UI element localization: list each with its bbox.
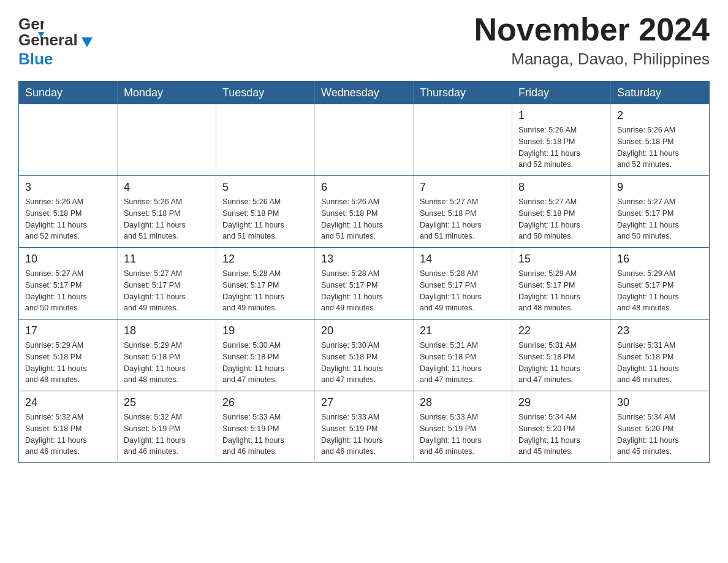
- day-number: 13: [321, 253, 407, 266]
- calendar-cell: 14Sunrise: 5:28 AMSunset: 5:17 PMDayligh…: [414, 248, 512, 320]
- calendar-cell: 16Sunrise: 5:29 AMSunset: 5:17 PMDayligh…: [611, 248, 710, 320]
- day-number: 14: [420, 253, 506, 266]
- location-title: Managa, Davao, Philippines: [474, 50, 710, 69]
- calendar-cell: 1Sunrise: 5:26 AMSunset: 5:18 PMDaylight…: [512, 104, 611, 176]
- calendar-header-thursday: Thursday: [414, 82, 512, 105]
- calendar-cell: 8Sunrise: 5:27 AMSunset: 5:18 PMDaylight…: [512, 176, 611, 248]
- day-info: Sunrise: 5:34 AMSunset: 5:20 PMDaylight:…: [617, 412, 703, 458]
- day-info: Sunrise: 5:34 AMSunset: 5:20 PMDaylight:…: [518, 412, 604, 458]
- calendar-header-friday: Friday: [512, 82, 611, 105]
- calendar-cell: 24Sunrise: 5:32 AMSunset: 5:18 PMDayligh…: [19, 391, 118, 463]
- day-number: 26: [222, 396, 308, 409]
- day-number: 4: [124, 181, 210, 194]
- calendar-week-row: 10Sunrise: 5:27 AMSunset: 5:17 PMDayligh…: [19, 248, 710, 320]
- calendar-cell: 27Sunrise: 5:33 AMSunset: 5:19 PMDayligh…: [315, 391, 414, 463]
- day-number: 7: [420, 181, 506, 194]
- calendar-header-sunday: Sunday: [19, 82, 118, 105]
- calendar-cell: 19Sunrise: 5:30 AMSunset: 5:18 PMDayligh…: [216, 320, 315, 391]
- calendar-cell: 25Sunrise: 5:32 AMSunset: 5:19 PMDayligh…: [118, 391, 216, 463]
- day-info: Sunrise: 5:29 AMSunset: 5:17 PMDaylight:…: [518, 268, 604, 314]
- calendar-cell: 23Sunrise: 5:31 AMSunset: 5:18 PMDayligh…: [611, 320, 710, 391]
- logo-line2: Blue: [18, 50, 53, 68]
- calendar-header-tuesday: Tuesday: [216, 82, 315, 105]
- calendar-cell: 17Sunrise: 5:29 AMSunset: 5:18 PMDayligh…: [19, 320, 118, 391]
- calendar-cell: 2Sunrise: 5:26 AMSunset: 5:18 PMDaylight…: [611, 104, 710, 176]
- day-info: Sunrise: 5:31 AMSunset: 5:18 PMDaylight:…: [518, 340, 604, 386]
- calendar-header-saturday: Saturday: [611, 82, 710, 105]
- calendar-cell: 6Sunrise: 5:26 AMSunset: 5:18 PMDaylight…: [315, 176, 414, 248]
- day-number: 12: [222, 253, 308, 266]
- svg-marker-2: [82, 37, 93, 47]
- day-info: Sunrise: 5:28 AMSunset: 5:17 PMDaylight:…: [222, 268, 308, 314]
- calendar-cell: [414, 104, 512, 176]
- day-number: 25: [124, 396, 210, 409]
- day-info: Sunrise: 5:32 AMSunset: 5:19 PMDaylight:…: [124, 412, 210, 458]
- day-number: 15: [518, 253, 604, 266]
- day-info: Sunrise: 5:28 AMSunset: 5:17 PMDaylight:…: [420, 268, 506, 314]
- day-info: Sunrise: 5:27 AMSunset: 5:18 PMDaylight:…: [518, 196, 604, 242]
- day-info: Sunrise: 5:26 AMSunset: 5:18 PMDaylight:…: [518, 124, 604, 170]
- month-title: November 2024: [474, 12, 710, 47]
- calendar-table: SundayMondayTuesdayWednesdayThursdayFrid…: [18, 81, 710, 463]
- day-info: Sunrise: 5:26 AMSunset: 5:18 PMDaylight:…: [321, 196, 407, 242]
- day-info: Sunrise: 5:28 AMSunset: 5:17 PMDaylight:…: [321, 268, 407, 314]
- day-info: Sunrise: 5:26 AMSunset: 5:18 PMDaylight:…: [25, 196, 111, 242]
- day-number: 3: [25, 181, 111, 194]
- day-info: Sunrise: 5:27 AMSunset: 5:17 PMDaylight:…: [25, 268, 111, 314]
- day-number: 6: [321, 181, 407, 194]
- calendar-cell: [216, 104, 315, 176]
- day-number: 29: [518, 396, 604, 409]
- title-area: November 2024 Managa, Davao, Philippines: [474, 12, 710, 69]
- calendar-cell: [315, 104, 414, 176]
- day-number: 21: [420, 324, 506, 337]
- calendar-week-row: 3Sunrise: 5:26 AMSunset: 5:18 PMDaylight…: [19, 176, 710, 248]
- calendar-cell: 10Sunrise: 5:27 AMSunset: 5:17 PMDayligh…: [19, 248, 118, 320]
- day-info: Sunrise: 5:29 AMSunset: 5:18 PMDaylight:…: [25, 340, 111, 386]
- day-info: Sunrise: 5:33 AMSunset: 5:19 PMDaylight:…: [321, 412, 407, 458]
- logo-area: General General Blue: [18, 12, 93, 69]
- day-info: Sunrise: 5:31 AMSunset: 5:18 PMDaylight:…: [617, 340, 703, 386]
- day-info: Sunrise: 5:29 AMSunset: 5:17 PMDaylight:…: [617, 268, 703, 314]
- calendar-week-row: 24Sunrise: 5:32 AMSunset: 5:18 PMDayligh…: [19, 391, 710, 463]
- logo-line1: General: [18, 31, 78, 49]
- calendar-cell: 30Sunrise: 5:34 AMSunset: 5:20 PMDayligh…: [611, 391, 710, 463]
- day-number: 22: [518, 324, 604, 337]
- day-info: Sunrise: 5:26 AMSunset: 5:18 PMDaylight:…: [222, 196, 308, 242]
- calendar-cell: 11Sunrise: 5:27 AMSunset: 5:17 PMDayligh…: [118, 248, 216, 320]
- calendar-cell: 26Sunrise: 5:33 AMSunset: 5:19 PMDayligh…: [216, 391, 315, 463]
- day-number: 9: [617, 181, 703, 194]
- day-number: 1: [518, 109, 604, 122]
- calendar-week-row: 17Sunrise: 5:29 AMSunset: 5:18 PMDayligh…: [19, 320, 710, 391]
- calendar-cell: [118, 104, 216, 176]
- day-number: 2: [617, 109, 703, 122]
- day-number: 30: [617, 396, 703, 409]
- day-number: 11: [124, 253, 210, 266]
- day-info: Sunrise: 5:27 AMSunset: 5:17 PMDaylight:…: [124, 268, 210, 314]
- calendar-cell: 5Sunrise: 5:26 AMSunset: 5:18 PMDaylight…: [216, 176, 315, 248]
- day-info: Sunrise: 5:26 AMSunset: 5:18 PMDaylight:…: [124, 196, 210, 242]
- calendar-header-row: SundayMondayTuesdayWednesdayThursdayFrid…: [19, 82, 710, 105]
- day-info: Sunrise: 5:27 AMSunset: 5:18 PMDaylight:…: [420, 196, 506, 242]
- day-number: 5: [222, 181, 308, 194]
- day-info: Sunrise: 5:31 AMSunset: 5:18 PMDaylight:…: [420, 340, 506, 386]
- day-info: Sunrise: 5:26 AMSunset: 5:18 PMDaylight:…: [617, 124, 703, 170]
- calendar-cell: [19, 104, 118, 176]
- calendar-cell: 9Sunrise: 5:27 AMSunset: 5:17 PMDaylight…: [611, 176, 710, 248]
- calendar-cell: 21Sunrise: 5:31 AMSunset: 5:18 PMDayligh…: [414, 320, 512, 391]
- day-info: Sunrise: 5:30 AMSunset: 5:18 PMDaylight:…: [222, 340, 308, 386]
- calendar-cell: 12Sunrise: 5:28 AMSunset: 5:17 PMDayligh…: [216, 248, 315, 320]
- calendar-cell: 7Sunrise: 5:27 AMSunset: 5:18 PMDaylight…: [414, 176, 512, 248]
- page-header: General General Blue November 2024 Manag…: [18, 12, 710, 69]
- calendar-header-monday: Monday: [118, 82, 216, 105]
- day-info: Sunrise: 5:30 AMSunset: 5:18 PMDaylight:…: [321, 340, 407, 386]
- calendar-cell: 22Sunrise: 5:31 AMSunset: 5:18 PMDayligh…: [512, 320, 611, 391]
- calendar-cell: 15Sunrise: 5:29 AMSunset: 5:17 PMDayligh…: [512, 248, 611, 320]
- calendar-week-row: 1Sunrise: 5:26 AMSunset: 5:18 PMDaylight…: [19, 104, 710, 176]
- day-info: Sunrise: 5:33 AMSunset: 5:19 PMDaylight:…: [222, 412, 308, 458]
- calendar-cell: 13Sunrise: 5:28 AMSunset: 5:17 PMDayligh…: [315, 248, 414, 320]
- calendar-cell: 29Sunrise: 5:34 AMSunset: 5:20 PMDayligh…: [512, 391, 611, 463]
- day-info: Sunrise: 5:29 AMSunset: 5:18 PMDaylight:…: [124, 340, 210, 386]
- day-info: Sunrise: 5:27 AMSunset: 5:17 PMDaylight:…: [617, 196, 703, 242]
- day-number: 8: [518, 181, 604, 194]
- day-number: 16: [617, 253, 703, 266]
